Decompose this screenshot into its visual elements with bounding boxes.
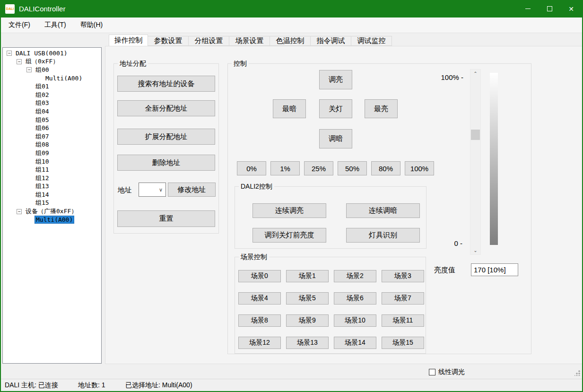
tree-item-label: DALI USB(0001) (15, 50, 69, 57)
dali2-button[interactable]: 连续调亮 (252, 203, 326, 218)
address-combobox[interactable]: ∨ (139, 183, 166, 197)
tab-5[interactable]: 色温控制 (270, 36, 311, 46)
linear-dimming-option: 线性调光 (429, 368, 465, 376)
brightness-scrollbar[interactable]: ⌃ ⌄ (470, 69, 481, 255)
tree-collapse-icon[interactable]: − (7, 51, 12, 56)
tree-item[interactable]: Multi(A00) (3, 216, 101, 224)
tab-3[interactable]: 分组设置 (189, 36, 229, 46)
percent-button[interactable]: 80% (371, 161, 400, 175)
tree-item-label: 组11 (35, 166, 50, 174)
address-label: 地址 (118, 186, 132, 195)
tree-item[interactable]: 组03 (3, 99, 101, 108)
tree-item[interactable]: 组06 (3, 124, 101, 132)
address-action-button[interactable]: 全新分配地址 (117, 100, 215, 116)
close-button[interactable]: ✕ (560, 0, 582, 17)
address-action-button[interactable]: 搜索有地址的设备 (117, 76, 215, 92)
modify-address-button[interactable]: 修改地址 (168, 183, 216, 197)
menu-item[interactable]: 文件(F) (2, 18, 37, 32)
address-action-button[interactable]: 扩展分配地址 (117, 129, 215, 145)
scene-button[interactable]: 场景15 (382, 337, 424, 349)
app-icon: DALI (5, 4, 15, 14)
percent-button[interactable]: 1% (270, 161, 300, 175)
tree-item[interactable]: 组12 (3, 174, 101, 183)
tree-item-label: 组00 (35, 66, 50, 74)
percent-button[interactable]: 50% (338, 161, 367, 175)
dali2-button[interactable]: 调到关灯前亮度 (252, 228, 326, 243)
min-brightness-button[interactable]: 最暗 (273, 99, 306, 118)
device-tree[interactable]: −DALI USB(0001)−组（0xFF）−组00Multi(A00)组01… (2, 47, 102, 364)
maximize-button[interactable] (539, 0, 560, 17)
tree-item[interactable]: 组08 (3, 141, 101, 149)
scene-button[interactable]: 场景5 (286, 292, 329, 305)
tree-item[interactable]: 组04 (3, 107, 101, 116)
dim-down-button[interactable]: 调暗 (319, 129, 352, 148)
menu-item[interactable]: 工具(T) (38, 18, 73, 32)
address-action-button[interactable]: 删除地址 (117, 155, 215, 171)
scene-button[interactable]: 场景6 (334, 292, 376, 305)
tree-collapse-icon[interactable]: − (26, 67, 32, 72)
control-group-title: 控制 (232, 60, 249, 68)
dali2-button[interactable]: 连续调暗 (346, 203, 420, 218)
scene-button[interactable]: 场景8 (238, 314, 281, 327)
scene-button[interactable]: 场景13 (286, 337, 329, 349)
brightness-value-label: 亮度值 (434, 266, 455, 275)
resize-grip[interactable] (574, 370, 580, 376)
scrollbar-thumb[interactable] (471, 130, 480, 140)
tree-item[interactable]: 组10 (3, 157, 101, 166)
tree-item[interactable]: 组15 (3, 199, 101, 208)
scene-button[interactable]: 场景10 (334, 314, 376, 327)
percent-button[interactable]: 100% (405, 161, 434, 175)
linear-dimming-checkbox[interactable] (429, 369, 435, 375)
scene-button-grid: 场景0场景1场景2场景3场景4场景5场景6场景7场景8场景9场景10场景11场景… (238, 270, 424, 349)
scene-button[interactable]: 场景1 (286, 270, 329, 282)
scene-button[interactable]: 场景2 (334, 270, 376, 282)
scene-button[interactable]: 场景11 (382, 314, 424, 327)
menu-item[interactable]: 帮助(H) (74, 18, 109, 32)
scrollbar-up-icon[interactable]: ⌃ (470, 70, 480, 78)
tree-item[interactable]: 组02 (3, 91, 101, 99)
dali2-button[interactable]: 灯具识别 (346, 228, 420, 243)
tree-item-label: 组13 (35, 182, 50, 191)
scene-button[interactable]: 场景14 (334, 337, 376, 349)
scene-button[interactable]: 场景4 (238, 292, 281, 305)
tab-strip: 操作控制参数设置分组设置场景设置色温控制指令调试调试监控 (109, 35, 392, 46)
tab-1[interactable]: 操作控制 (109, 35, 148, 46)
tree-item-label: 组07 (35, 132, 50, 141)
tree-item[interactable]: 组14 (3, 191, 101, 199)
tab-6[interactable]: 指令调试 (311, 36, 351, 46)
tree-item[interactable]: 组01 (3, 82, 101, 91)
tree-item[interactable]: −组00 (3, 66, 101, 74)
tree-item[interactable]: 组11 (3, 166, 101, 174)
percent-button[interactable]: 25% (304, 161, 333, 175)
scene-button[interactable]: 场景7 (382, 292, 424, 305)
scene-button[interactable]: 场景9 (286, 314, 329, 327)
tree-collapse-icon[interactable]: − (17, 209, 22, 214)
scrollbar-down-icon[interactable]: ⌄ (470, 246, 480, 254)
tree-item[interactable]: −设备（广播0xFF） (3, 207, 101, 216)
tree-item[interactable]: −组（0xFF） (3, 58, 101, 66)
tree-item[interactable]: 组07 (3, 132, 101, 141)
tab-7[interactable]: 调试监控 (351, 36, 392, 46)
lamp-off-button[interactable]: 关灯 (319, 99, 352, 118)
window-title: DALIController (19, 5, 65, 13)
minimize-button[interactable] (517, 0, 539, 17)
tree-item[interactable]: 组13 (3, 183, 101, 191)
tab-4[interactable]: 场景设置 (229, 36, 270, 46)
tree-item-label: 组14 (35, 191, 50, 199)
scene-button[interactable]: 场景12 (238, 337, 281, 349)
address-assignment-group: 地址分配 地址 ∨ 修改地址 重置 搜索有地址的设备全新分配地址扩展分配地址删除… (113, 63, 219, 234)
scene-button[interactable]: 场景3 (382, 270, 424, 282)
tree-item[interactable]: −DALI USB(0001) (3, 49, 101, 58)
tab-2[interactable]: 参数设置 (148, 36, 189, 46)
tree-item-label: 组10 (35, 157, 50, 166)
tree-collapse-icon[interactable]: − (17, 59, 22, 64)
reset-button[interactable]: 重置 (117, 210, 215, 227)
brightness-value-box[interactable]: 170 [10%] (471, 263, 518, 276)
max-brightness-button[interactable]: 最亮 (365, 99, 398, 118)
tree-item[interactable]: 组05 (3, 116, 101, 124)
percent-button[interactable]: 0% (237, 161, 266, 175)
dim-up-button[interactable]: 调亮 (319, 70, 352, 89)
scene-button[interactable]: 场景0 (238, 270, 281, 282)
tree-item[interactable]: 组09 (3, 149, 101, 157)
tree-item[interactable]: Multi(A00) (3, 74, 101, 83)
